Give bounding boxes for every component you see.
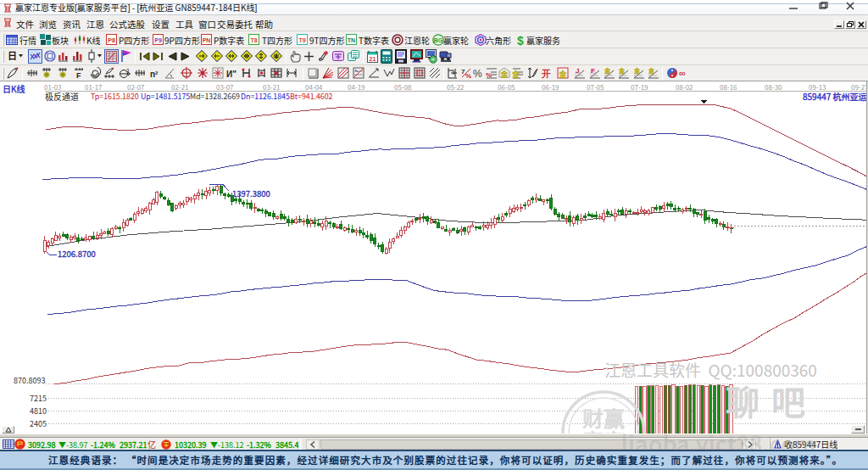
svg-text:PN: PN	[203, 37, 211, 43]
svg-text:F: F	[591, 67, 595, 75]
svg-text:И": И"	[226, 70, 236, 79]
svg-text:开: 开	[541, 67, 551, 80]
svg-text:T9: T9	[298, 37, 305, 43]
svg-text:%: %	[486, 71, 492, 79]
svg-text:%: %	[473, 68, 482, 80]
svg-text:T8: T8	[250, 37, 257, 43]
svg-text:金: 金	[633, 67, 641, 75]
svg-text:TN: TN	[348, 37, 355, 43]
svg-text:金: 金	[604, 67, 611, 75]
svg-text:%: %	[465, 72, 471, 80]
svg-text:P8: P8	[108, 37, 115, 43]
svg-text:∞: ∞	[679, 68, 686, 78]
svg-text:21: 21	[370, 56, 376, 62]
svg-text:BG: BG	[434, 37, 443, 43]
svg-text:3: 3	[126, 68, 130, 73]
svg-text:J: J	[576, 67, 579, 75]
svg-text:金: 金	[618, 67, 626, 75]
svg-text:P9: P9	[154, 37, 162, 43]
svg-text:金: 金	[499, 69, 509, 80]
svg-text:金: 金	[512, 69, 520, 80]
svg-text:F: F	[76, 71, 81, 80]
svg-text:n²: n²	[150, 70, 159, 79]
svg-text:金: 金	[648, 67, 655, 75]
svg-text:金: 金	[558, 69, 567, 80]
